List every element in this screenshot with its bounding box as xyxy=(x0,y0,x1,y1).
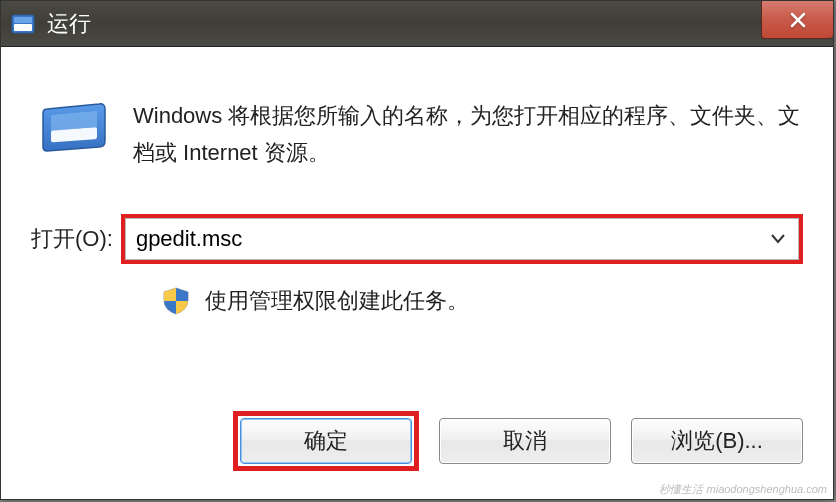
close-icon xyxy=(788,10,808,30)
open-label: 打开(O): xyxy=(31,224,113,254)
cancel-button[interactable]: 取消 xyxy=(439,418,611,464)
admin-note-row: 使用管理权限创建此任务。 xyxy=(161,286,803,316)
svg-rect-2 xyxy=(14,17,32,23)
description-row: Windows 将根据您所输入的名称，为您打开相应的程序、文件夹、文档或 Int… xyxy=(31,97,803,172)
run-dialog: 运行 Wi xyxy=(0,0,834,500)
description-text: Windows 将根据您所输入的名称，为您打开相应的程序、文件夹、文档或 Int… xyxy=(133,97,803,172)
window-title: 运行 xyxy=(47,9,91,39)
open-input[interactable] xyxy=(125,218,799,260)
open-row: 打开(O): xyxy=(31,214,803,264)
admin-note-text: 使用管理权限创建此任务。 xyxy=(205,286,469,316)
run-program-icon xyxy=(41,101,113,157)
ok-button[interactable]: 确定 xyxy=(240,418,412,464)
ok-button-highlight: 确定 xyxy=(233,411,419,471)
titlebar: 运行 xyxy=(1,1,833,47)
close-button[interactable] xyxy=(761,1,833,39)
open-combobox-highlight xyxy=(121,214,803,264)
svg-rect-1 xyxy=(14,24,32,31)
browse-button[interactable]: 浏览(B)... xyxy=(631,418,803,464)
run-titlebar-icon xyxy=(9,10,37,38)
button-row: 确定 取消 浏览(B)... xyxy=(233,411,803,471)
client-area: Windows 将根据您所输入的名称，为您打开相应的程序、文件夹、文档或 Int… xyxy=(1,47,833,499)
shield-icon xyxy=(161,286,191,316)
